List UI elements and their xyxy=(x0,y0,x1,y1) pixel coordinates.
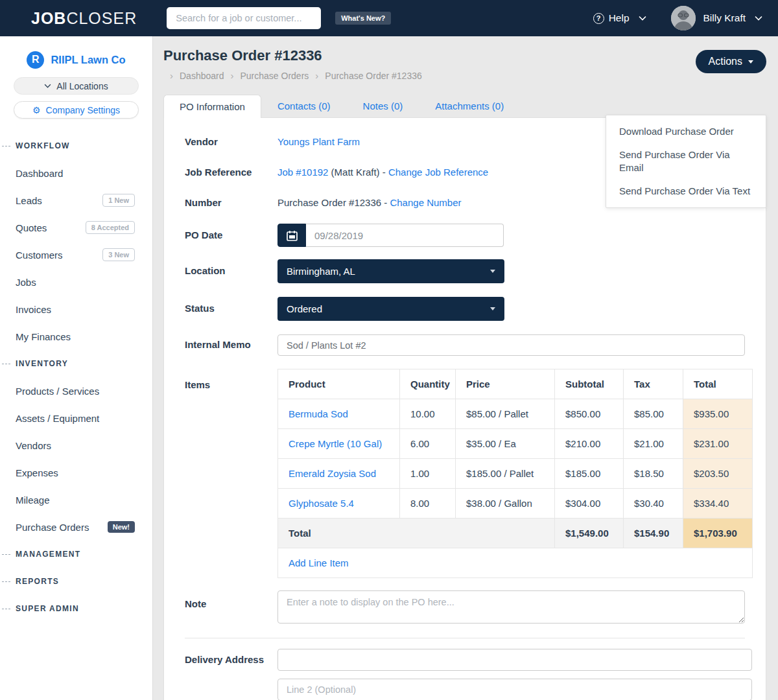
sidebar-item[interactable]: Assets / Equipment xyxy=(0,404,152,432)
change-job-reference-link[interactable]: Change Job Reference xyxy=(388,167,488,178)
sidebar-item[interactable]: Expenses xyxy=(0,459,152,486)
sidebar-item[interactable]: Leads 1 New xyxy=(0,187,152,214)
actions-button-label: Actions xyxy=(709,56,742,67)
subtotal-cell: $185.00 xyxy=(555,459,624,489)
add-line-item-link[interactable]: Add Line Item xyxy=(289,557,349,568)
tab[interactable]: Attachments (0) xyxy=(419,94,520,117)
logo-light: CLOSER xyxy=(66,9,137,27)
sidebar-item: REPORTS xyxy=(0,568,152,595)
price-cell: $38.00 / Gallon xyxy=(456,489,555,519)
sidebar-item-label: WORKFLOW xyxy=(16,141,70,150)
actions-menu-item[interactable]: Send Purchase Order Via Email xyxy=(606,143,766,180)
breadcrumb-link[interactable]: Dashboard xyxy=(163,70,224,81)
product-link[interactable]: Glyphosate 5.4 xyxy=(289,498,354,509)
totals-subtotal: $1,549.00 xyxy=(555,519,624,548)
location-label: Location xyxy=(185,259,277,283)
items-label: Items xyxy=(185,369,277,578)
whats-new-button[interactable]: What's New? xyxy=(335,12,391,25)
status-badge: 1 New xyxy=(102,194,135,207)
sidebar-item[interactable]: Dashboard xyxy=(0,159,152,187)
items-table-column-header: Total xyxy=(683,369,753,399)
actions-menu-item[interactable]: Send Purchase Order Via Text xyxy=(606,180,766,203)
logo-bold: JOB xyxy=(31,9,66,27)
help-icon: ? xyxy=(593,13,604,24)
tab[interactable]: PO Information xyxy=(163,95,261,118)
subtotal-cell: $210.00 xyxy=(555,429,624,459)
items-table-header-row: ProductQuantityPriceSubtotalTaxTotal xyxy=(278,369,753,399)
items-table-body: Bermuda Sod 10.00 $85.00 / Pallet $850.0… xyxy=(278,399,753,519)
sidebar-item: MANAGEMENT xyxy=(0,541,152,568)
total-cell: $334.40 xyxy=(683,489,753,519)
status-badge: 3 New xyxy=(102,248,135,261)
location-select[interactable]: Birmingham, AL xyxy=(277,259,504,283)
items-table-column-header: Price xyxy=(456,369,555,399)
app-logo[interactable]: JOBCLOSER xyxy=(31,9,137,28)
vendor-link[interactable]: Youngs Plant Farm xyxy=(277,136,360,147)
breadcrumb-link[interactable]: Purchase Orders xyxy=(224,70,309,81)
tax-cell: $18.50 xyxy=(624,459,683,489)
user-name[interactable]: Billy Kraft xyxy=(703,12,746,24)
sidebar-item[interactable]: Jobs xyxy=(0,268,152,296)
sidebar-item[interactable]: Purchase Orders New! xyxy=(0,513,152,541)
sidebar-item-label: SUPER ADMIN xyxy=(16,604,79,613)
job-link[interactable]: Job #10192 xyxy=(277,167,328,178)
sidebar-item-label: Customers xyxy=(16,250,63,261)
delivery-address-row: Delivery Address xyxy=(185,649,745,700)
po-date-row: PO Date xyxy=(185,224,745,247)
vendor-label: Vendor xyxy=(185,135,277,147)
help-menu[interactable]: ? Help xyxy=(593,12,646,24)
tab[interactable]: Contacts (0) xyxy=(261,94,347,117)
location-filter-select[interactable]: All Locations xyxy=(14,77,139,95)
product-link[interactable]: Emerald Zoysia Sod xyxy=(289,468,376,479)
product-link[interactable]: Bermuda Sod xyxy=(289,408,348,419)
sidebar-item[interactable]: My Finances xyxy=(0,323,152,350)
change-number-link[interactable]: Change Number xyxy=(390,197,461,208)
price-cell: $85.00 / Pallet xyxy=(456,399,555,429)
sidebar-item[interactable]: Mileage xyxy=(0,486,152,513)
sidebar-item-label: REPORTS xyxy=(16,577,59,586)
caret-down-icon xyxy=(490,270,495,273)
items-table-column-header: Subtotal xyxy=(555,369,624,399)
main-content: Purchase Order #12336 DashboardPurchase … xyxy=(153,36,778,700)
sidebar-item-label: Mileage xyxy=(16,495,50,506)
price-cell: $35.00 / Ea xyxy=(456,429,555,459)
company-switcher[interactable]: R RIIPL Lawn Co xyxy=(0,49,152,71)
avatar[interactable] xyxy=(671,6,696,30)
search-input[interactable] xyxy=(167,7,321,29)
actions-menu-item[interactable]: Download Purchase Order xyxy=(606,120,766,143)
sidebar-item[interactable]: Vendors xyxy=(0,432,152,459)
section-dash-icon xyxy=(2,364,10,364)
calendar-icon xyxy=(286,229,298,242)
note-textarea[interactable] xyxy=(277,590,745,624)
company-settings-button[interactable]: ⚙ Company Settings xyxy=(14,101,139,119)
sidebar-item[interactable]: Customers 3 New xyxy=(0,241,152,268)
sidebar-item-label: INVENTORY xyxy=(16,359,68,368)
status-badge: 8 Accepted xyxy=(86,221,135,234)
tax-cell: $30.40 xyxy=(624,489,683,519)
tab[interactable]: Notes (0) xyxy=(347,94,419,117)
sidebar-item[interactable]: Products / Services xyxy=(0,377,152,404)
sidebar-item[interactable]: Quotes 8 Accepted xyxy=(0,214,152,241)
tax-cell: $21.00 xyxy=(624,429,683,459)
sidebar-nav: WORKFLOW Dashboard Leads 1 New xyxy=(0,132,152,622)
table-row: Bermuda Sod 10.00 $85.00 / Pallet $850.0… xyxy=(278,399,753,429)
section-divider xyxy=(185,638,745,638)
product-link[interactable]: Crepe Myrtle (10 Gal) xyxy=(289,438,382,449)
sidebar-item[interactable]: Invoices xyxy=(0,296,152,323)
subtotal-cell: $304.00 xyxy=(555,489,624,519)
breadcrumb-link[interactable]: Purchase Order #12336 xyxy=(309,70,421,81)
sidebar-item-label: Quotes xyxy=(16,222,47,233)
user-chevron-down-icon[interactable] xyxy=(755,16,762,21)
internal-memo-input[interactable] xyxy=(277,334,745,356)
calendar-button[interactable] xyxy=(277,224,306,247)
status-badge: New! xyxy=(108,521,135,533)
sidebar-item-label: Products / Services xyxy=(16,386,99,397)
po-date-input[interactable] xyxy=(306,224,504,247)
status-select[interactable]: Ordered xyxy=(277,297,504,321)
quantity-cell: 6.00 xyxy=(400,429,456,459)
actions-button[interactable]: Actions xyxy=(696,50,766,73)
sidebar-item-label: MANAGEMENT xyxy=(16,550,80,559)
delivery-address-line1-input[interactable] xyxy=(277,649,752,671)
delivery-address-line2-input[interactable] xyxy=(277,679,752,700)
total-cell: $935.00 xyxy=(683,399,753,429)
